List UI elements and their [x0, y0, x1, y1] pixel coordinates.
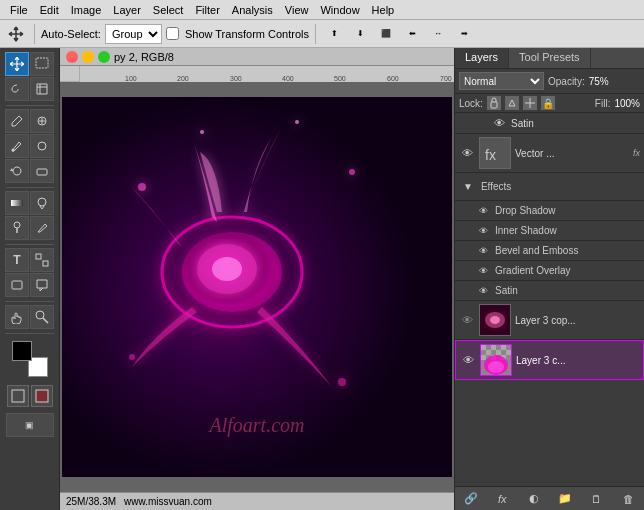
canvas-scroll-area[interactable]: Alfoart.com — [60, 82, 454, 492]
align-middle-btn[interactable]: ⬇ — [348, 23, 372, 45]
pen-tool[interactable] — [30, 216, 54, 240]
lock-all-btn[interactable]: 🔒 — [541, 96, 555, 110]
effect-gradient-overlay[interactable]: 👁 Gradient Overlay — [455, 261, 644, 281]
brush-tool[interactable] — [5, 134, 29, 158]
standard-mode-btn[interactable] — [7, 385, 29, 407]
selection-tool[interactable] — [30, 52, 54, 76]
effect-bevel-emboss-eye[interactable]: 👁 — [475, 243, 491, 259]
tool-sep-4 — [6, 301, 54, 302]
menu-layer[interactable]: Layer — [107, 0, 147, 20]
menu-select[interactable]: Select — [147, 0, 190, 20]
doc-max-btn[interactable] — [98, 51, 110, 63]
auto-select-dropdown[interactable]: Group Layer — [105, 24, 162, 44]
effect-bevel-emboss[interactable]: 👁 Bevel and Emboss — [455, 241, 644, 261]
effect-satin-eye[interactable]: 👁 — [475, 283, 491, 299]
quick-mask-btn[interactable] — [31, 385, 53, 407]
ruler-300: 300 — [230, 75, 242, 82]
layers-tab[interactable]: Layers — [455, 48, 509, 68]
svg-point-26 — [129, 354, 135, 360]
effects-header[interactable]: ▼ Effects — [455, 173, 644, 201]
clone-tool[interactable] — [30, 134, 54, 158]
move-tool-btn[interactable] — [4, 23, 28, 45]
notes-tool[interactable] — [30, 273, 54, 297]
layers-list: 👁 Satin 👁 fx Vector ... fx ▼ Effects 👁 — [455, 113, 644, 486]
tool-presets-tab[interactable]: Tool Presets — [509, 48, 591, 68]
layer-3copy[interactable]: 👁 Layer 3 cop... — [455, 301, 644, 340]
hand-tool[interactable] — [5, 305, 29, 329]
fg-bg-colors — [12, 341, 48, 377]
effect-drop-shadow[interactable]: 👁 Drop Shadow — [455, 201, 644, 221]
menu-analysis[interactable]: Analysis — [226, 0, 279, 20]
align-center-btn[interactable]: ↔ — [426, 23, 450, 45]
doc-close-btn[interactable] — [66, 51, 78, 63]
effect-inner-shadow-eye[interactable]: 👁 — [475, 223, 491, 239]
layer-vector-thumb: fx — [479, 137, 511, 169]
new-group-btn[interactable]: 📁 — [555, 490, 575, 508]
heal-tool[interactable] — [30, 109, 54, 133]
align-left-btn[interactable]: ⬅ — [400, 23, 424, 45]
svg-point-16 — [36, 311, 44, 319]
lock-position-btn[interactable] — [523, 96, 537, 110]
foreground-color[interactable] — [12, 341, 32, 361]
crop-tool[interactable] — [30, 77, 54, 101]
svg-point-39 — [490, 316, 500, 324]
layer-3c[interactable]: 👁 — [455, 340, 644, 380]
layer-satin-eye[interactable]: 👁 — [491, 115, 507, 131]
align-right-btn[interactable]: ➡ — [452, 23, 476, 45]
effect-inner-shadow[interactable]: 👁 Inner Shadow — [455, 221, 644, 241]
eraser-tool[interactable] — [30, 159, 54, 183]
blur-tool[interactable] — [30, 191, 54, 215]
lasso-tool[interactable] — [5, 77, 29, 101]
effects-expand-icon[interactable]: ▼ — [463, 181, 473, 192]
history-brush-tool[interactable] — [5, 159, 29, 183]
shape-tool[interactable] — [5, 273, 29, 297]
canvas-image-wrapper: Alfoart.com — [60, 82, 454, 492]
effect-drop-shadow-eye[interactable]: 👁 — [475, 203, 491, 219]
menu-help[interactable]: Help — [366, 0, 401, 20]
menu-file[interactable]: File — [4, 0, 34, 20]
canvas-url: www.missvuan.com — [124, 496, 212, 507]
blend-mode-select[interactable]: Normal Multiply Screen Overlay — [459, 72, 544, 90]
opacity-label: Opacity: — [548, 76, 585, 87]
menu-image[interactable]: Image — [65, 0, 108, 20]
text-tool[interactable]: T — [5, 248, 29, 272]
move-tool[interactable] — [5, 52, 29, 76]
document-title-bar: py 2, RGB/8 — [60, 48, 454, 66]
svg-rect-15 — [12, 281, 22, 289]
menu-window[interactable]: Window — [314, 0, 365, 20]
align-bottom-btn[interactable]: ⬛ — [374, 23, 398, 45]
new-layer-btn[interactable]: 🗒 — [587, 490, 607, 508]
svg-rect-41 — [481, 345, 486, 350]
layer-vector-eye[interactable]: 👁 — [459, 145, 475, 161]
lock-transparency-btn[interactable] — [487, 96, 501, 110]
canvas-area: py 2, RGB/8 100 200 300 400 500 600 700 … — [60, 48, 454, 510]
link-layers-btn[interactable]: 🔗 — [461, 490, 481, 508]
align-top-btn[interactable]: ⬆ — [322, 23, 346, 45]
screen-mode-btn[interactable]: ▣ — [6, 413, 54, 437]
lock-image-btn[interactable] — [505, 96, 519, 110]
delete-layer-btn[interactable]: 🗑 — [618, 490, 638, 508]
layer-3copy-name: Layer 3 cop... — [515, 315, 640, 326]
layer-vector-fx: fx — [633, 148, 640, 158]
show-transform-checkbox[interactable] — [166, 27, 179, 40]
path-tool[interactable] — [30, 248, 54, 272]
effects-label: Effects — [481, 181, 511, 192]
zoom-tool[interactable] — [30, 305, 54, 329]
layer-3copy-eye[interactable]: 👁 — [459, 312, 475, 328]
menu-bar: File Edit Image Layer Select Filter Anal… — [0, 0, 644, 20]
add-mask-btn[interactable]: ◐ — [524, 490, 544, 508]
layer-vector[interactable]: 👁 fx Vector ... fx — [455, 134, 644, 173]
tool-row-5 — [5, 159, 54, 183]
effect-satin[interactable]: 👁 Satin — [455, 281, 644, 301]
layer-3c-eye[interactable]: 👁 — [460, 352, 476, 368]
menu-filter[interactable]: Filter — [189, 0, 225, 20]
add-style-btn[interactable]: fx — [492, 490, 512, 508]
doc-min-btn[interactable] — [82, 51, 94, 63]
eyedropper-tool[interactable] — [5, 109, 29, 133]
gradient-tool[interactable] — [5, 191, 29, 215]
effect-gradient-overlay-eye[interactable]: 👁 — [475, 263, 491, 279]
effect-satin-label: Satin — [495, 285, 518, 296]
menu-edit[interactable]: Edit — [34, 0, 65, 20]
menu-view[interactable]: View — [279, 0, 315, 20]
dodge-tool[interactable] — [5, 216, 29, 240]
